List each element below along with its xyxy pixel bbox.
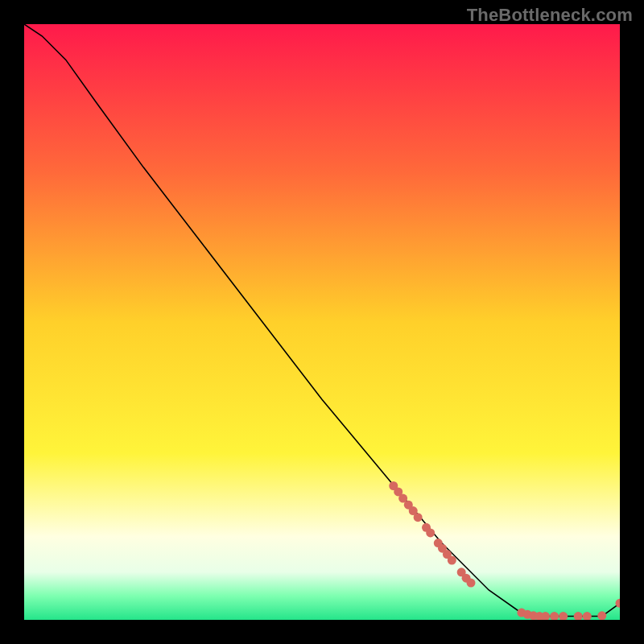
data-point — [426, 528, 435, 537]
data-point — [414, 513, 423, 522]
gradient-rect — [24, 24, 620, 620]
data-point — [597, 611, 606, 620]
plot-svg — [24, 24, 620, 620]
plot-area — [24, 24, 620, 620]
data-point — [467, 579, 476, 588]
chart-stage: TheBottleneck.com — [0, 0, 644, 644]
attribution-text: TheBottleneck.com — [467, 5, 633, 26]
data-point — [448, 556, 456, 565]
